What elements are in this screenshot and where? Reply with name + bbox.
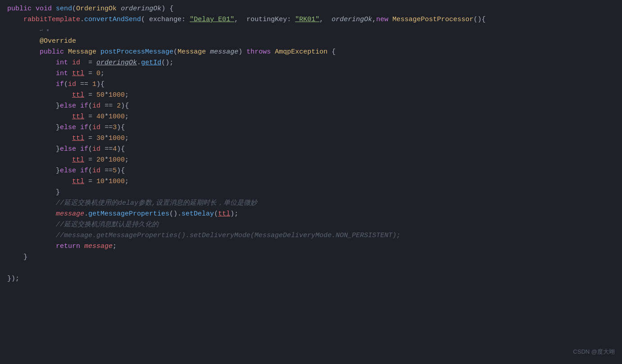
var-id-3: id (92, 101, 100, 112)
comment-3: //message.getMessageProperties().setDeli… (56, 230, 400, 241)
var-message-2: message (56, 209, 84, 220)
code-line-10: } else if ( id == 2 ){ (0, 101, 622, 112)
code-line-20: message . getMessageProperties (). setDe… (0, 209, 622, 220)
code-line-4: @Override (0, 36, 622, 47)
keyword-else-1: else (60, 101, 76, 112)
code-line-3[interactable]: ↩ ▾ (0, 25, 622, 36)
num-1: 1 (92, 79, 96, 90)
annotation-override: @Override (40, 36, 76, 47)
code-line-8: if ( id == 1 ){ (0, 79, 622, 90)
keyword-if-1: if (56, 79, 64, 90)
num-4: 4 (113, 144, 117, 155)
method-send: send (56, 4, 72, 14)
var-orderingok-3: orderingOk (96, 58, 137, 68)
keyword-public: public (7, 4, 32, 14)
code-line-2: rabbitTemplate . convertAndSend ( exchan… (0, 14, 622, 25)
var-ttl-7: ttl (218, 209, 230, 220)
code-line-26: }); (0, 274, 622, 284)
keyword-void: void (36, 4, 52, 14)
num-10: 10 (96, 176, 104, 187)
var-message-3: message (84, 241, 113, 252)
keyword-if-3: if (80, 122, 88, 133)
comment-1: //延迟交换机使用的delay参数,设置消息的延期时长，单位是微妙 (56, 198, 257, 209)
method-getid: getId (141, 58, 161, 68)
type-amqpexception: AmqpException (275, 47, 327, 58)
code-line-19: //延迟交换机使用的delay参数,设置消息的延期时长，单位是微妙 (0, 198, 622, 209)
expand-icon[interactable]: ↩ ▾ (40, 27, 50, 35)
var-ttl: ttl (72, 68, 84, 79)
keyword-new: new (376, 14, 388, 25)
num-1000-1: 1000 (109, 90, 125, 101)
var-rabbittemplate: rabbitTemplate (23, 14, 80, 25)
method-postprocessmessage: postProcessMessage (100, 47, 173, 58)
code-line-7: int ttl = 0 ; (0, 68, 622, 79)
num-30: 30 (96, 133, 104, 144)
keyword-public-2: public (40, 47, 64, 58)
num-0: 0 (96, 68, 100, 79)
num-20: 20 (96, 155, 104, 166)
var-orderingok-2: orderingOk (331, 14, 372, 25)
method-setdelay: setDelay (182, 209, 214, 220)
code-line-6: int id = orderingOk . getId (); (0, 58, 622, 68)
type-message: Message (68, 47, 96, 58)
type-orderingok: OrderingOk (76, 4, 117, 14)
param-message: message (210, 47, 238, 58)
code-line-1: public void send ( OrderingOk orderingOk… (0, 4, 622, 14)
watermark-text: CSDN @度大翊 (573, 347, 615, 357)
keyword-int-1: int (56, 58, 68, 68)
code-line-21: //延迟交换机消息默认是持久化的 (0, 220, 622, 230)
code-line-17: ttl = 10 * 1000 ; (0, 176, 622, 187)
var-id-2: id (68, 79, 76, 90)
comment-2: //延迟交换机消息默认是持久化的 (56, 220, 159, 230)
code-line-22: //message.getMessageProperties().setDeli… (0, 230, 622, 241)
num-50: 50 (96, 90, 104, 101)
code-line-15: ttl = 20 * 1000 ; (0, 155, 622, 166)
num-3: 3 (113, 122, 117, 133)
num-1000-2: 1000 (109, 112, 125, 122)
num-1000-5: 1000 (109, 176, 125, 187)
keyword-if-4: if (80, 144, 88, 155)
code-line-23: return message ; (0, 241, 622, 252)
code-line-24: } (0, 252, 622, 263)
num-1000-4: 1000 (109, 155, 125, 166)
method-convertandsend: convertAndSend (84, 14, 141, 25)
keyword-else-2: else (60, 122, 76, 133)
var-ttl-3: ttl (72, 112, 84, 122)
keyword-int-2: int (56, 68, 68, 79)
type-message-2: Message (177, 47, 206, 58)
var-ttl-2: ttl (72, 90, 84, 101)
code-line-12: } else if ( id == 3 ){ (0, 122, 622, 133)
code-line-5: public Message postProcessMessage ( Mess… (0, 47, 622, 58)
num-1000-3: 1000 (109, 133, 125, 144)
string-delay-e01: "Delay_E01" (190, 14, 234, 25)
var-id-6: id (92, 166, 100, 176)
type-messagepostprocessor: MessagePostProcessor (392, 14, 473, 25)
keyword-else-3: else (60, 144, 76, 155)
num-2: 2 (117, 101, 121, 112)
var-ttl-6: ttl (72, 176, 84, 187)
code-line-16: } else if ( id == 5 ){ (0, 166, 622, 176)
keyword-throws: throws (246, 47, 271, 58)
keyword-return: return (56, 241, 80, 252)
param-orderingok: orderingOk (121, 4, 161, 14)
code-line-25 (0, 263, 622, 274)
code-line-14: } else if ( id == 4 ){ (0, 144, 622, 155)
code-line-18: } (0, 187, 622, 198)
var-ttl-4: ttl (72, 133, 84, 144)
keyword-else-4: else (60, 166, 76, 176)
var-id-4: id (92, 122, 100, 133)
num-5: 5 (113, 166, 117, 176)
code-editor: public void send ( OrderingOk orderingOk… (0, 0, 622, 364)
code-line-13: ttl = 30 * 1000 ; (0, 133, 622, 144)
var-ttl-5: ttl (72, 155, 84, 166)
var-id: id (72, 58, 80, 68)
var-id-5: id (92, 144, 100, 155)
keyword-if-5: if (80, 166, 88, 176)
code-line-11: ttl = 40 * 1000 ; (0, 112, 622, 122)
num-40: 40 (96, 112, 104, 122)
string-rk01: "RK01" (295, 14, 319, 25)
method-getmessageproperties: getMessageProperties (88, 209, 169, 220)
keyword-if-2: if (80, 101, 88, 112)
code-line-9: ttl = 50 * 1000 ; (0, 90, 622, 101)
